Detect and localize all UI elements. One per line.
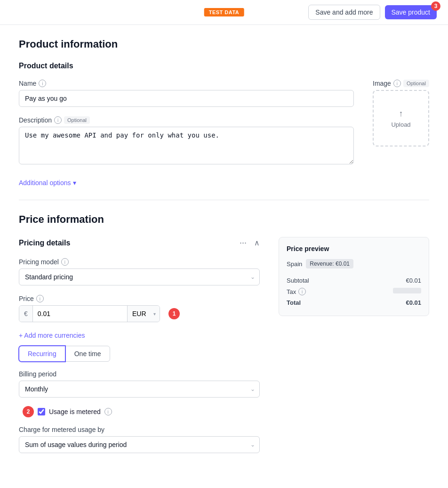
price-input-group: € EUR ▾ (19, 305, 160, 322)
tax-info-icon[interactable]: i (298, 288, 306, 295)
billing-period-group: Billing period Monthly ⌄ (19, 370, 260, 398)
revenue-badge: Revenue: €0.01 (306, 259, 353, 268)
pricing-model-group: Pricing model i Standard pricing ⌄ (19, 258, 260, 285)
billing-type-toggle: Recurring One time (19, 346, 260, 362)
save-product-button[interactable]: Save product 3 (385, 5, 437, 19)
name-info-icon[interactable]: i (39, 80, 46, 87)
pricing-details-header: Pricing details ··· ∧ (19, 237, 260, 249)
top-bar-right: Save and add more Save product 3 (308, 5, 437, 20)
product-left-col: Name i Description i Optional Use my awe… (19, 80, 354, 175)
preview-subtotal-row: Subtotal €0.01 (287, 275, 421, 286)
more-options-button[interactable]: ··· (237, 237, 249, 249)
price-information-section: Price information Pricing details ··· ∧ … (19, 213, 429, 453)
name-input[interactable] (19, 90, 354, 107)
price-preview-title: Price preview (287, 245, 421, 252)
step2-badge: 2 (23, 406, 34, 417)
description-optional-badge: Optional (64, 116, 90, 124)
additional-options-link[interactable]: Additional options ▾ (19, 179, 429, 187)
charge-metered-label: Charge for metered usage by (19, 426, 260, 433)
image-group: Image i Optional ↑ Upload (373, 80, 429, 146)
price-section-title: Price information (19, 213, 429, 226)
add-currencies-link[interactable]: + Add more currencies (19, 332, 260, 339)
upload-label: Upload (391, 121, 410, 128)
price-group: Price i € EUR ▾ 1 (19, 295, 260, 322)
top-bar: TEST DATA Save and add more Save product… (0, 0, 448, 25)
tax-label: Tax (287, 288, 296, 295)
preview-country-row: Spain Revenue: €0.01 (287, 259, 421, 268)
image-upload-box[interactable]: ↑ Upload (373, 90, 429, 146)
image-optional-badge: Optional (403, 80, 429, 87)
total-label: Total (287, 299, 301, 306)
pricing-model-info-icon[interactable]: i (61, 258, 69, 266)
currency-select[interactable]: EUR (127, 306, 160, 322)
image-label: Image i Optional (373, 80, 429, 87)
price-preview-card: Price preview Spain Revenue: €0.01 Subto… (279, 237, 429, 316)
pricing-details-title: Pricing details (19, 239, 70, 247)
preview-total-row: Total €0.01 (287, 297, 421, 308)
description-textarea[interactable]: Use my awesome API and pay for only what… (19, 127, 354, 164)
pricing-details-actions: ··· ∧ (237, 237, 260, 249)
save-product-badge: 3 (431, 1, 440, 11)
subtotal-value: €0.01 (406, 277, 421, 284)
main-content: Product information Product details Name… (0, 25, 448, 466)
test-data-badge: TEST DATA (204, 8, 244, 16)
save-and-add-more-button[interactable]: Save and add more (308, 5, 380, 20)
price-symbol: € (19, 306, 33, 322)
charge-metered-select-wrapper: Sum of usage values during period ⌄ (19, 436, 260, 453)
recurring-button[interactable]: Recurring (19, 346, 65, 362)
subtotal-label: Subtotal (287, 277, 309, 284)
pricing-details-col: Pricing details ··· ∧ Pricing model i St… (19, 237, 260, 453)
description-info-icon[interactable]: i (54, 116, 62, 124)
billing-period-select[interactable]: Monthly (19, 381, 260, 398)
description-label: Description i Optional (19, 116, 354, 124)
billing-period-select-wrapper: Monthly ⌄ (19, 381, 260, 398)
collapse-button[interactable]: ∧ (254, 238, 260, 247)
preview-tax-row: Tax i (287, 286, 421, 297)
price-info-icon[interactable]: i (36, 295, 44, 302)
product-information-section: Product information Product details Name… (19, 38, 429, 187)
price-label: Price i (19, 295, 260, 302)
product-details-title: Product details (19, 62, 429, 70)
usage-metered-checkbox[interactable] (38, 408, 45, 415)
step1-badge: 1 (168, 308, 180, 319)
pricing-model-select[interactable]: Standard pricing (19, 268, 260, 285)
upload-arrow-icon: ↑ (399, 109, 403, 119)
product-section-title: Product information (19, 38, 429, 50)
total-value: €0.01 (406, 299, 421, 306)
name-group: Name i (19, 80, 354, 107)
name-label: Name i (19, 80, 354, 87)
usage-metered-label: Usage is metered (49, 408, 101, 415)
tax-loading-indicator (393, 288, 421, 293)
pricing-model-select-wrapper: Standard pricing ⌄ (19, 268, 260, 285)
chevron-down-icon: ▾ (73, 179, 76, 187)
image-col: Image i Optional ↑ Upload (373, 80, 429, 156)
usage-metered-info-icon[interactable]: i (104, 408, 112, 415)
preview-country: Spain (287, 260, 302, 268)
usage-metered-row: 2 Usage is metered i (19, 406, 260, 417)
price-input[interactable] (33, 306, 127, 322)
pricing-model-label: Pricing model i (19, 258, 260, 266)
image-info-icon[interactable]: i (393, 80, 401, 87)
section-divider (19, 200, 429, 200)
description-group: Description i Optional Use my awesome AP… (19, 116, 354, 166)
pricing-layout: Pricing details ··· ∧ Pricing model i St… (19, 237, 429, 453)
metered-group: Charge for metered usage by Sum of usage… (19, 426, 260, 453)
one-time-button[interactable]: One time (65, 346, 110, 362)
charge-metered-select[interactable]: Sum of usage values during period (19, 436, 260, 453)
product-details-layout: Name i Description i Optional Use my awe… (19, 80, 429, 175)
billing-period-label: Billing period (19, 370, 260, 378)
